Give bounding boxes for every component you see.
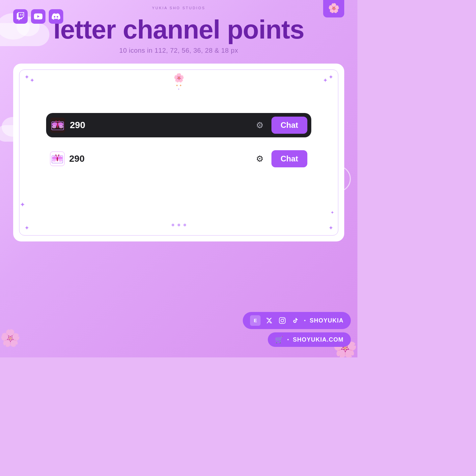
twitch-icon-box[interactable] <box>13 9 28 24</box>
svg-point-2 <box>52 125 56 128</box>
website-dot: • <box>287 337 289 342</box>
discord-icon <box>52 12 60 21</box>
points-count-light: 290 <box>69 154 251 164</box>
social-bar: E • SHOYUKIA <box>243 312 351 329</box>
etsy-icon[interactable]: E <box>250 315 261 326</box>
corner-br: ✦ <box>326 223 335 233</box>
svg-point-8 <box>55 121 57 122</box>
instagram-icon[interactable] <box>278 316 287 325</box>
discord-icon-box[interactable] <box>49 9 63 24</box>
svg-point-4 <box>59 125 63 128</box>
gear-icon-light[interactable]: ⚙ <box>256 154 264 164</box>
sparkle-1: ✦ <box>30 77 35 84</box>
website-bar: 🛒 • SHOYUKIA.COM <box>268 332 351 347</box>
butterfly-envelope-icon-light <box>51 152 64 165</box>
butterfly-envelope-icon-dark <box>50 118 65 132</box>
ribbon-flower-icon: 🌸 <box>328 3 340 13</box>
main-card: ✦ ✦ ✦ ✦ 🌸 ✦ ✦ • ✦ ✦ ✦ ✦ <box>13 64 344 241</box>
chat-bar-light: 290 ⚙ Chat <box>46 147 311 171</box>
svg-point-19 <box>58 154 59 155</box>
chat-button-dark[interactable]: Chat <box>271 117 307 134</box>
youtube-icon-box[interactable] <box>31 9 45 24</box>
bottom-dots <box>172 224 186 226</box>
website-url: SHOYUKIA.COM <box>293 336 344 343</box>
dot-3 <box>183 224 186 226</box>
sparkle-2: ✦ <box>323 77 328 84</box>
top-icons-group <box>13 9 63 24</box>
etsy-letter: E <box>254 318 257 323</box>
points-count-dark: 290 <box>70 120 251 130</box>
svg-point-15 <box>57 157 58 161</box>
tiktok-icon[interactable] <box>291 316 300 325</box>
gear-icon-dark[interactable]: ⚙ <box>256 120 264 130</box>
dot-1 <box>172 224 174 226</box>
svg-point-9 <box>59 121 60 122</box>
channel-icon-light <box>50 152 65 166</box>
twitter-icon[interactable] <box>265 316 274 325</box>
sparkle-3: ✦ <box>330 210 334 215</box>
chat-bar-dark: 290 ⚙ Chat <box>46 113 311 137</box>
sakura-bl: 🌸 <box>0 328 20 348</box>
svg-point-14 <box>58 159 62 162</box>
sakura-center: 🌸 ✦ ✦ • <box>174 73 184 91</box>
corner-bl: ✦ <box>22 223 31 233</box>
chat-button-light[interactable]: Chat <box>271 150 307 167</box>
svg-point-5 <box>57 123 59 128</box>
cart-icon: 🛒 <box>275 336 283 344</box>
ribbon-badge: 🌸 <box>323 0 344 17</box>
sparkle-4: ✦ <box>20 201 25 209</box>
social-name: SHOYUKIA <box>310 317 344 324</box>
social-dot: • <box>304 318 306 323</box>
svg-point-18 <box>55 154 56 155</box>
svg-point-12 <box>52 159 56 162</box>
dot-2 <box>178 224 180 226</box>
twitch-icon <box>16 12 25 21</box>
youtube-icon <box>34 12 42 21</box>
channel-icon-dark <box>50 118 65 133</box>
subtitle: 10 icons in 112, 72, 56, 36, 28 & 18 px <box>0 47 357 54</box>
